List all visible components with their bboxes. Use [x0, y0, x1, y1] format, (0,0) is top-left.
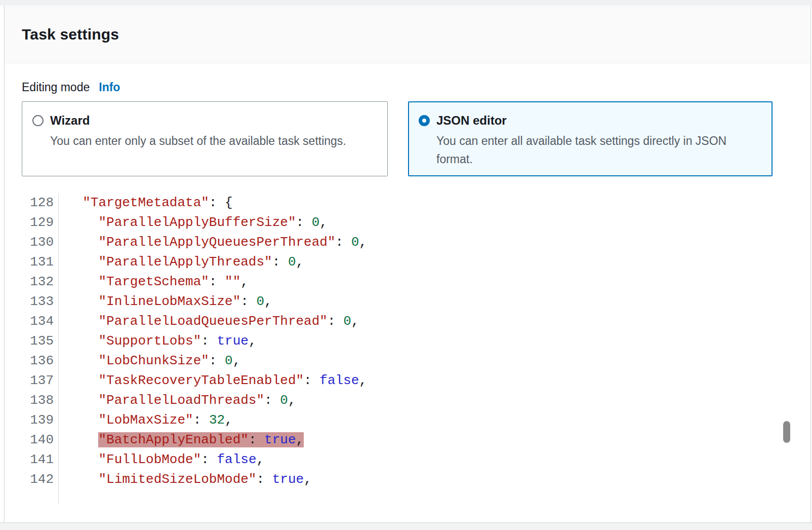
- code-line[interactable]: 133 "InlineLobMaxSize": 0,: [22, 292, 791, 312]
- radio-unselected-icon[interactable]: [32, 115, 44, 126]
- line-number: 136: [22, 351, 59, 371]
- code-line[interactable]: 141 "FullLobMode": false,: [22, 450, 791, 470]
- line-number: 132: [22, 272, 59, 292]
- code-text: "LobChunkSize": 0,: [59, 351, 240, 371]
- code-text: "ParallelApplyThreads": 0,: [59, 252, 304, 272]
- wizard-option-label: Wizard: [50, 113, 90, 128]
- editing-mode-option-wizard[interactable]: Wizard You can enter only a subset of th…: [22, 101, 388, 176]
- editing-mode-label: Editing mode: [22, 81, 90, 94]
- code-line[interactable]: 136 "LobChunkSize": 0,: [22, 351, 791, 371]
- json-editor-option-description: You can enter all available task setting…: [436, 132, 740, 168]
- page-top-strip: [0, 0, 812, 6]
- line-number: 134: [22, 312, 59, 331]
- json-code-editor[interactable]: 128 "TargetMetadata": {129 "ParallelAppl…: [22, 193, 791, 505]
- line-number: 135: [22, 331, 59, 351]
- line-number: 137: [22, 371, 59, 391]
- code-text: "LobMaxSize": 32,: [59, 410, 233, 430]
- code-line[interactable]: 142 "LimitedSizeLobMode": true,: [22, 470, 791, 489]
- code-line[interactable]: 137 "TaskRecoveryTableEnabled": false,: [22, 371, 791, 391]
- panel-header: Task settings: [5, 6, 810, 63]
- code-text: "SupportLobs": true,: [59, 331, 257, 351]
- line-number: 141: [22, 450, 59, 470]
- line-number: 131: [22, 252, 59, 272]
- code-line[interactable]: 135 "SupportLobs": true,: [22, 331, 791, 351]
- code-text: "InlineLobMaxSize": 0,: [59, 292, 272, 312]
- json-editor-title-row: JSON editor: [419, 113, 762, 128]
- line-number: 139: [22, 410, 59, 430]
- highlighted-token: "BatchApplyEnabled": true,: [98, 432, 304, 447]
- code-line[interactable]: 139 "LobMaxSize": 32,: [22, 410, 791, 430]
- radio-selected-icon[interactable]: [419, 115, 430, 126]
- code-text: "ParallelLoadThreads": 0,: [59, 391, 296, 410]
- code-text: "FullLobMode": false,: [59, 450, 264, 470]
- task-settings-panel: Task settings Editing mode Info Wizard Y…: [4, 6, 811, 522]
- editing-mode-options: Wizard You can enter only a subset of th…: [22, 101, 793, 176]
- info-link[interactable]: Info: [99, 81, 120, 94]
- code-text: "ParallelApplyQueuesPerThread": 0,: [59, 233, 367, 252]
- code-line[interactable]: 128 "TargetMetadata": {: [22, 193, 791, 213]
- page-bottom-strip: [0, 522, 812, 530]
- code-line[interactable]: 130 "ParallelApplyQueuesPerThread": 0,: [22, 233, 791, 252]
- line-number: 128: [22, 193, 59, 213]
- scrollbar-thumb[interactable]: [783, 421, 790, 443]
- code-line[interactable]: 140 "BatchApplyEnabled": true,: [22, 430, 791, 450]
- line-number: 142: [22, 470, 59, 489]
- code-line[interactable]: 131 "ParallelApplyThreads": 0,: [22, 252, 791, 272]
- gutter-tail: [22, 489, 59, 505]
- editing-mode-row: Editing mode Info: [22, 81, 793, 94]
- code-line[interactable]: 132 "TargetSchema": "",: [22, 272, 791, 292]
- line-number: 140: [22, 430, 59, 450]
- code-lines: 128 "TargetMetadata": {129 "ParallelAppl…: [22, 193, 791, 489]
- code-text: "BatchApplyEnabled": true,: [59, 430, 304, 450]
- json-editor-option-label: JSON editor: [436, 113, 507, 128]
- code-line[interactable]: 129 "ParallelApplyBufferSize": 0,: [22, 213, 791, 233]
- code-line[interactable]: 138 "ParallelLoadThreads": 0,: [22, 391, 791, 410]
- code-text: "TargetSchema": "",: [59, 272, 249, 292]
- wizard-option-description: You can enter only a subset of the avail…: [50, 132, 377, 150]
- code-text: "LimitedSizeLobMode": true,: [59, 470, 312, 489]
- line-number: 130: [22, 233, 59, 252]
- line-number: 133: [22, 292, 59, 312]
- code-line[interactable]: 134 "ParallelLoadQueuesPerThread": 0,: [22, 312, 791, 331]
- code-text: "TaskRecoveryTableEnabled": false,: [59, 371, 367, 391]
- code-text: "ParallelApplyBufferSize": 0,: [59, 213, 328, 233]
- line-number: 138: [22, 391, 59, 410]
- wizard-title-row: Wizard: [32, 113, 377, 128]
- panel-body: Editing mode Info Wizard You can enter o…: [5, 81, 810, 505]
- panel-title: Task settings: [22, 26, 119, 43]
- line-number: 129: [22, 213, 59, 233]
- editing-mode-option-json-editor[interactable]: JSON editor You can enter all available …: [408, 101, 773, 176]
- code-text: "TargetMetadata": {: [59, 193, 233, 213]
- code-text: "ParallelLoadQueuesPerThread": 0,: [59, 312, 359, 331]
